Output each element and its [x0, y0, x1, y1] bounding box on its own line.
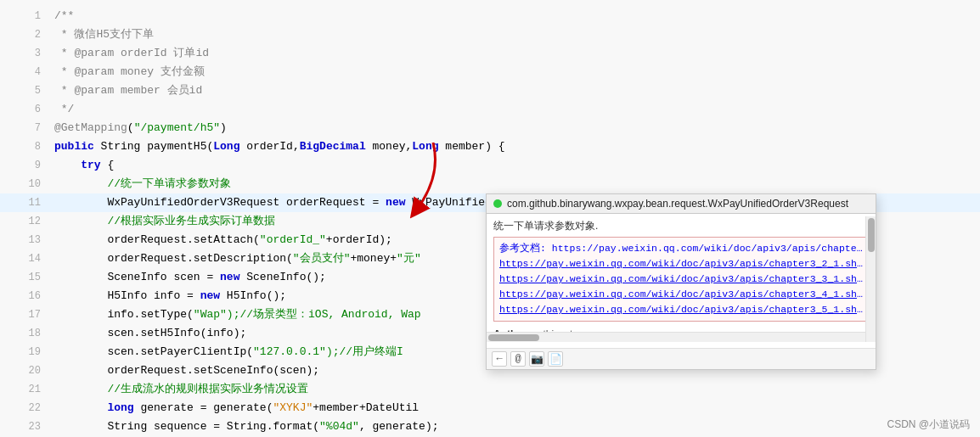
line-content: */ [54, 100, 74, 119]
line-number: 10 [10, 175, 41, 193]
token: SceneInfo scen = [54, 271, 220, 283]
code-line: 5 * @param member 会员id [0, 81, 980, 100]
code-line: 10 //统一下单请求参数对象 [0, 175, 980, 193]
tooltip-body: 统一下单请求参数对象. 参考文档: https://pay.weixin.qq.… [487, 214, 876, 348]
line-content: orderRequest.setSceneInfo(scen); [54, 361, 319, 380]
token: //根据实际业务生成实际订单数据 [54, 215, 275, 227]
scrollbar-thumb-v[interactable] [868, 218, 875, 252]
nav-up-icon[interactable]: @ [510, 351, 526, 367]
line-content: scen.setH5Info(info); [54, 324, 246, 343]
line-number: 6 [10, 100, 41, 119]
token: member) { [439, 140, 505, 153]
token: @GetMapping [54, 121, 127, 134]
code-line: 6 */ [0, 100, 980, 119]
line-number: 2 [10, 25, 41, 44]
line-content: public String paymentH5(Long orderId,Big… [54, 137, 505, 156]
line-content: * 微信H5支付下单 [54, 25, 154, 44]
nav-img-icon[interactable]: 📷 [529, 351, 544, 367]
token: Long [213, 140, 239, 153]
token: new [200, 289, 220, 302]
code-line: 9 try { [0, 156, 980, 175]
line-number: 23 [10, 417, 41, 436]
scrollbar-thumb-h[interactable] [488, 334, 539, 341]
token: info.setType( [54, 308, 194, 321]
code-line: 3 * @param orderId 订单id [0, 44, 980, 63]
token: +member+DateUtil [313, 401, 419, 414]
token: "元" [397, 252, 421, 265]
doc-link[interactable]: https://pay.weixin.qq.com/wiki/doc/apiv3… [499, 287, 863, 302]
line-number: 5 [10, 81, 41, 100]
line-number: 8 [10, 137, 41, 156]
token: orderId, [239, 140, 299, 153]
token: +orderId); [326, 233, 392, 246]
token: SceneInfo(); [239, 271, 325, 283]
code-line: 7@GetMapping("/payment/h5") [0, 119, 980, 137]
line-content: orderRequest.setDescription("会员支付"+money… [54, 249, 421, 268]
line-content: * @param member 会员id [54, 81, 202, 100]
line-content: long generate = generate("XYKJ"+member+D… [54, 399, 419, 417]
code-line: 22 long generate = generate("XYKJ"+membe… [0, 399, 980, 417]
line-content: * @param money 支付金额 [54, 63, 205, 81]
ref-label: 参考文档: https://pay.weixin.qq.com/wiki/doc… [499, 241, 863, 256]
line-number: 16 [10, 287, 41, 305]
line-content: SceneInfo scen = new SceneInfo(); [54, 268, 326, 287]
token: generate = generate( [134, 401, 273, 414]
line-content: scen.setPayerClientIp("127.0.0.1");//用户终… [54, 343, 403, 361]
token: scen.setPayerClientIp( [54, 345, 253, 358]
token: String sequence = String.format( [54, 420, 319, 433]
token: /** [54, 9, 74, 22]
token: //生成流水的规则根据实际业务情况设置 [54, 383, 308, 395]
token: ) [220, 121, 227, 134]
token: "Wap" [194, 308, 227, 321]
line-number: 4 [10, 63, 41, 81]
line-content: H5Info info = new H5Info(); [54, 287, 286, 305]
line-content: orderRequest.setAttach("orderId_"+orderI… [54, 231, 392, 249]
doc-link[interactable]: https://pay.weixin.qq.com/wiki/doc/apiv3… [499, 256, 863, 272]
tooltip-links-box: 参考文档: https://pay.weixin.qq.com/wiki/doc… [493, 237, 869, 322]
tooltip-header: com.github.binarywang.wxpay.bean.request… [487, 194, 876, 214]
code-line: 23 String sequence = String.format("%04d… [0, 417, 980, 436]
token: new [386, 196, 405, 209]
code-line: 4 * @param money 支付金额 [0, 63, 980, 81]
status-dot [493, 199, 502, 208]
line-number: 3 [10, 44, 41, 63]
token: scen.setH5Info(info); [54, 327, 246, 339]
line-content: //生成流水的规则根据实际业务情况设置 [54, 380, 308, 399]
line-number: 22 [10, 399, 41, 417]
tooltip-scrollbar-h[interactable] [487, 332, 865, 342]
token [54, 401, 107, 414]
line-number: 17 [10, 305, 41, 324]
line-number: 1 [10, 7, 41, 25]
token: String paymentH5( [94, 140, 213, 153]
token: orderRequest.setAttach( [54, 233, 260, 246]
csdn-watermark: CSDN @小道说码 [887, 417, 970, 432]
code-line: 21 //生成流水的规则根据实际业务情况设置 [0, 380, 980, 399]
tooltip-popup: com.github.binarywang.wxpay.bean.request… [486, 193, 876, 370]
line-number: 11 [10, 193, 41, 212]
nav-left-icon[interactable]: ← [492, 351, 507, 367]
token: orderRequest.setDescription( [54, 252, 293, 265]
line-number: 20 [10, 361, 41, 380]
token: ( [127, 121, 134, 134]
line-number: 12 [10, 212, 41, 231]
token: */ [54, 103, 74, 115]
token: public [54, 140, 94, 153]
token: );//场景类型：iOS, Android, Wap [227, 308, 421, 321]
token: "会员支付" [293, 252, 351, 265]
tooltip-class-name: com.github.binarywang.wxpay.bean.request… [507, 198, 848, 210]
line-content: /** [54, 7, 74, 25]
doc-link[interactable]: https://pay.weixin.qq.com/wiki/doc/apiv3… [499, 272, 863, 287]
line-content: //统一下单请求参数对象 [54, 175, 231, 193]
line-content: info.setType("Wap");//场景类型：iOS, Android,… [54, 305, 421, 324]
token: //统一下单请求参数对象 [54, 177, 231, 190]
line-content: String sequence = String.format("%04d", … [54, 417, 439, 436]
token: H5Info(); [220, 289, 286, 302]
doc-link[interactable]: https://pay.weixin.qq.com/wiki/doc/apiv3… [499, 302, 863, 317]
token: { [101, 159, 115, 171]
line-content: //根据实际业务生成实际订单数据 [54, 212, 275, 231]
code-line: 1/** [0, 7, 980, 25]
nav-doc-icon[interactable]: 📄 [548, 351, 563, 367]
token: Long [412, 140, 438, 153]
tooltip-scrollbar-v[interactable] [865, 216, 876, 342]
token: * @param orderId 订单id [54, 47, 209, 59]
